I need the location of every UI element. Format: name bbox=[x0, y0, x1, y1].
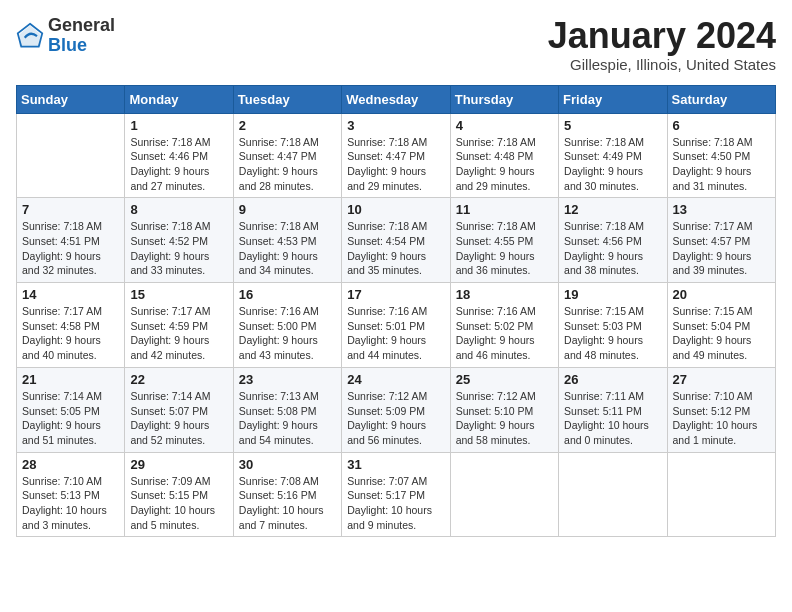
logo-text: General Blue bbox=[48, 16, 115, 56]
day-number: 14 bbox=[22, 287, 119, 302]
day-number: 15 bbox=[130, 287, 227, 302]
calendar-cell: 7Sunrise: 7:18 AM Sunset: 4:51 PM Daylig… bbox=[17, 198, 125, 283]
calendar-cell bbox=[667, 452, 775, 537]
logo-blue: Blue bbox=[48, 35, 87, 55]
day-info: Sunrise: 7:10 AM Sunset: 5:12 PM Dayligh… bbox=[673, 389, 770, 448]
calendar-cell: 1Sunrise: 7:18 AM Sunset: 4:46 PM Daylig… bbox=[125, 113, 233, 198]
day-number: 2 bbox=[239, 118, 336, 133]
calendar-cell: 8Sunrise: 7:18 AM Sunset: 4:52 PM Daylig… bbox=[125, 198, 233, 283]
logo: General Blue bbox=[16, 16, 115, 56]
calendar-cell: 31Sunrise: 7:07 AM Sunset: 5:17 PM Dayli… bbox=[342, 452, 450, 537]
calendar-cell: 20Sunrise: 7:15 AM Sunset: 5:04 PM Dayli… bbox=[667, 283, 775, 368]
calendar-cell: 23Sunrise: 7:13 AM Sunset: 5:08 PM Dayli… bbox=[233, 367, 341, 452]
calendar-cell: 10Sunrise: 7:18 AM Sunset: 4:54 PM Dayli… bbox=[342, 198, 450, 283]
calendar-week-3: 14Sunrise: 7:17 AM Sunset: 4:58 PM Dayli… bbox=[17, 283, 776, 368]
calendar-cell: 28Sunrise: 7:10 AM Sunset: 5:13 PM Dayli… bbox=[17, 452, 125, 537]
calendar-cell: 16Sunrise: 7:16 AM Sunset: 5:00 PM Dayli… bbox=[233, 283, 341, 368]
calendar-cell: 22Sunrise: 7:14 AM Sunset: 5:07 PM Dayli… bbox=[125, 367, 233, 452]
calendar-cell: 13Sunrise: 7:17 AM Sunset: 4:57 PM Dayli… bbox=[667, 198, 775, 283]
calendar-cell: 24Sunrise: 7:12 AM Sunset: 5:09 PM Dayli… bbox=[342, 367, 450, 452]
day-info: Sunrise: 7:18 AM Sunset: 4:56 PM Dayligh… bbox=[564, 219, 661, 278]
day-number: 11 bbox=[456, 202, 553, 217]
weekday-header-sunday: Sunday bbox=[17, 85, 125, 113]
day-number: 3 bbox=[347, 118, 444, 133]
day-info: Sunrise: 7:18 AM Sunset: 4:50 PM Dayligh… bbox=[673, 135, 770, 194]
calendar-week-1: 1Sunrise: 7:18 AM Sunset: 4:46 PM Daylig… bbox=[17, 113, 776, 198]
day-number: 12 bbox=[564, 202, 661, 217]
calendar-cell: 3Sunrise: 7:18 AM Sunset: 4:47 PM Daylig… bbox=[342, 113, 450, 198]
day-number: 6 bbox=[673, 118, 770, 133]
day-info: Sunrise: 7:15 AM Sunset: 5:03 PM Dayligh… bbox=[564, 304, 661, 363]
day-number: 8 bbox=[130, 202, 227, 217]
calendar-cell: 29Sunrise: 7:09 AM Sunset: 5:15 PM Dayli… bbox=[125, 452, 233, 537]
title-block: January 2024 Gillespie, Illinois, United… bbox=[548, 16, 776, 73]
day-info: Sunrise: 7:09 AM Sunset: 5:15 PM Dayligh… bbox=[130, 474, 227, 533]
day-info: Sunrise: 7:18 AM Sunset: 4:52 PM Dayligh… bbox=[130, 219, 227, 278]
day-info: Sunrise: 7:18 AM Sunset: 4:48 PM Dayligh… bbox=[456, 135, 553, 194]
calendar-cell bbox=[559, 452, 667, 537]
calendar-week-4: 21Sunrise: 7:14 AM Sunset: 5:05 PM Dayli… bbox=[17, 367, 776, 452]
day-info: Sunrise: 7:17 AM Sunset: 4:58 PM Dayligh… bbox=[22, 304, 119, 363]
calendar-cell: 6Sunrise: 7:18 AM Sunset: 4:50 PM Daylig… bbox=[667, 113, 775, 198]
calendar-table: SundayMondayTuesdayWednesdayThursdayFrid… bbox=[16, 85, 776, 538]
weekday-header-row: SundayMondayTuesdayWednesdayThursdayFrid… bbox=[17, 85, 776, 113]
location-subtitle: Gillespie, Illinois, United States bbox=[548, 56, 776, 73]
day-info: Sunrise: 7:17 AM Sunset: 4:59 PM Dayligh… bbox=[130, 304, 227, 363]
day-number: 20 bbox=[673, 287, 770, 302]
day-number: 29 bbox=[130, 457, 227, 472]
day-info: Sunrise: 7:12 AM Sunset: 5:10 PM Dayligh… bbox=[456, 389, 553, 448]
day-info: Sunrise: 7:13 AM Sunset: 5:08 PM Dayligh… bbox=[239, 389, 336, 448]
day-number: 10 bbox=[347, 202, 444, 217]
day-info: Sunrise: 7:15 AM Sunset: 5:04 PM Dayligh… bbox=[673, 304, 770, 363]
calendar-cell: 26Sunrise: 7:11 AM Sunset: 5:11 PM Dayli… bbox=[559, 367, 667, 452]
day-number: 5 bbox=[564, 118, 661, 133]
weekday-header-thursday: Thursday bbox=[450, 85, 558, 113]
day-info: Sunrise: 7:16 AM Sunset: 5:02 PM Dayligh… bbox=[456, 304, 553, 363]
day-info: Sunrise: 7:14 AM Sunset: 5:05 PM Dayligh… bbox=[22, 389, 119, 448]
day-info: Sunrise: 7:11 AM Sunset: 5:11 PM Dayligh… bbox=[564, 389, 661, 448]
day-number: 18 bbox=[456, 287, 553, 302]
day-number: 23 bbox=[239, 372, 336, 387]
weekday-header-tuesday: Tuesday bbox=[233, 85, 341, 113]
calendar-cell: 17Sunrise: 7:16 AM Sunset: 5:01 PM Dayli… bbox=[342, 283, 450, 368]
day-info: Sunrise: 7:17 AM Sunset: 4:57 PM Dayligh… bbox=[673, 219, 770, 278]
day-info: Sunrise: 7:08 AM Sunset: 5:16 PM Dayligh… bbox=[239, 474, 336, 533]
day-info: Sunrise: 7:16 AM Sunset: 5:00 PM Dayligh… bbox=[239, 304, 336, 363]
day-info: Sunrise: 7:16 AM Sunset: 5:01 PM Dayligh… bbox=[347, 304, 444, 363]
day-info: Sunrise: 7:07 AM Sunset: 5:17 PM Dayligh… bbox=[347, 474, 444, 533]
day-info: Sunrise: 7:18 AM Sunset: 4:51 PM Dayligh… bbox=[22, 219, 119, 278]
day-info: Sunrise: 7:18 AM Sunset: 4:53 PM Dayligh… bbox=[239, 219, 336, 278]
calendar-cell: 14Sunrise: 7:17 AM Sunset: 4:58 PM Dayli… bbox=[17, 283, 125, 368]
day-number: 26 bbox=[564, 372, 661, 387]
calendar-cell: 5Sunrise: 7:18 AM Sunset: 4:49 PM Daylig… bbox=[559, 113, 667, 198]
day-number: 21 bbox=[22, 372, 119, 387]
day-number: 31 bbox=[347, 457, 444, 472]
calendar-week-2: 7Sunrise: 7:18 AM Sunset: 4:51 PM Daylig… bbox=[17, 198, 776, 283]
calendar-cell: 4Sunrise: 7:18 AM Sunset: 4:48 PM Daylig… bbox=[450, 113, 558, 198]
calendar-cell: 27Sunrise: 7:10 AM Sunset: 5:12 PM Dayli… bbox=[667, 367, 775, 452]
calendar-cell: 21Sunrise: 7:14 AM Sunset: 5:05 PM Dayli… bbox=[17, 367, 125, 452]
logo-general: General bbox=[48, 15, 115, 35]
page-header: General Blue January 2024 Gillespie, Ill… bbox=[16, 16, 776, 73]
day-info: Sunrise: 7:10 AM Sunset: 5:13 PM Dayligh… bbox=[22, 474, 119, 533]
day-number: 27 bbox=[673, 372, 770, 387]
calendar-cell: 9Sunrise: 7:18 AM Sunset: 4:53 PM Daylig… bbox=[233, 198, 341, 283]
day-number: 19 bbox=[564, 287, 661, 302]
day-info: Sunrise: 7:12 AM Sunset: 5:09 PM Dayligh… bbox=[347, 389, 444, 448]
day-number: 4 bbox=[456, 118, 553, 133]
day-number: 16 bbox=[239, 287, 336, 302]
day-info: Sunrise: 7:18 AM Sunset: 4:54 PM Dayligh… bbox=[347, 219, 444, 278]
day-number: 17 bbox=[347, 287, 444, 302]
day-number: 24 bbox=[347, 372, 444, 387]
day-number: 28 bbox=[22, 457, 119, 472]
day-info: Sunrise: 7:18 AM Sunset: 4:46 PM Dayligh… bbox=[130, 135, 227, 194]
day-info: Sunrise: 7:14 AM Sunset: 5:07 PM Dayligh… bbox=[130, 389, 227, 448]
calendar-cell bbox=[17, 113, 125, 198]
calendar-cell: 2Sunrise: 7:18 AM Sunset: 4:47 PM Daylig… bbox=[233, 113, 341, 198]
calendar-cell bbox=[450, 452, 558, 537]
calendar-cell: 19Sunrise: 7:15 AM Sunset: 5:03 PM Dayli… bbox=[559, 283, 667, 368]
month-title: January 2024 bbox=[548, 16, 776, 56]
calendar-cell: 12Sunrise: 7:18 AM Sunset: 4:56 PM Dayli… bbox=[559, 198, 667, 283]
day-number: 22 bbox=[130, 372, 227, 387]
day-number: 30 bbox=[239, 457, 336, 472]
